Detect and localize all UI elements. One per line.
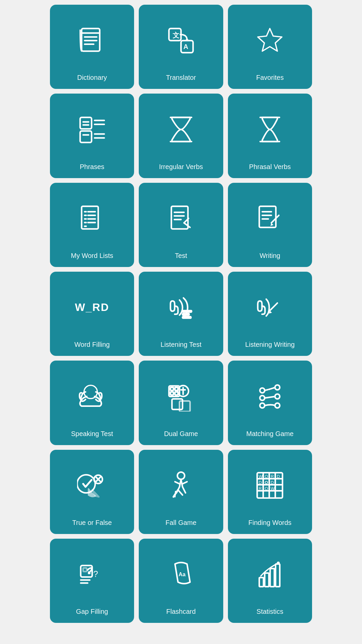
- flashcard-label: Flashcard: [166, 607, 196, 615]
- svg-text:D: D: [259, 481, 262, 485]
- favorites-icon: [231, 11, 309, 70]
- test-label: Test: [175, 252, 187, 260]
- svg-point-72: [177, 472, 185, 480]
- svg-line-49: [272, 303, 278, 309]
- writing-label: Writing: [259, 252, 280, 260]
- card-phrases[interactable]: Phrases: [50, 94, 134, 178]
- irregular-verbs-label: Irregular Verbs: [159, 163, 203, 171]
- true-or-false-icon: [53, 456, 131, 515]
- svg-text:R: R: [271, 475, 274, 479]
- listening-test-label: Listening Test: [161, 340, 201, 348]
- svg-text:D: D: [271, 481, 274, 485]
- svg-rect-55: [170, 392, 173, 395]
- translator-label: Translator: [166, 73, 196, 82]
- svg-rect-34: [171, 206, 188, 229]
- card-my-word-lists[interactable]: My Word Lists: [50, 183, 134, 267]
- card-test[interactable]: Test: [139, 183, 223, 267]
- card-listening-writing[interactable]: Listening Writing: [228, 272, 312, 356]
- card-phrasal-verbs[interactable]: Phrasal Verbs: [228, 94, 312, 178]
- svg-line-50: [270, 309, 272, 311]
- svg-marker-10: [258, 29, 282, 51]
- svg-line-45: [272, 221, 273, 223]
- card-statistics[interactable]: Statistics: [228, 539, 312, 623]
- svg-rect-102: [270, 569, 275, 587]
- my-word-lists-label: My Word Lists: [71, 252, 113, 260]
- gap-filling-label: Gap Filling: [76, 607, 108, 615]
- statistics-icon: [231, 545, 309, 604]
- phrases-label: Phrases: [80, 163, 104, 171]
- fall-game-icon: [142, 456, 220, 515]
- gap-filling-icon: ?: [53, 545, 131, 604]
- matching-game-icon: [231, 367, 309, 426]
- svg-text:O: O: [265, 487, 268, 491]
- phrasal-verbs-label: Phrasal Verbs: [249, 163, 291, 171]
- svg-text:O: O: [265, 475, 268, 479]
- svg-line-39: [184, 223, 190, 228]
- card-matching-game[interactable]: Matching Game: [228, 361, 312, 445]
- svg-rect-100: [259, 578, 264, 587]
- word-filling-label: Word Filling: [74, 340, 110, 348]
- svg-rect-11: [80, 117, 92, 129]
- listening-writing-label: Listening Writing: [245, 340, 295, 348]
- card-true-or-false[interactable]: True or False: [50, 450, 134, 534]
- card-gap-filling[interactable]: ?Gap Filling: [50, 539, 134, 623]
- my-word-lists-icon: [53, 189, 131, 248]
- svg-text:R: R: [259, 487, 262, 491]
- dictionary-label: Dictionary: [77, 73, 107, 82]
- card-flashcard[interactable]: AaFlashcard: [139, 539, 223, 623]
- svg-rect-47: [182, 314, 189, 315]
- svg-rect-101: [265, 573, 269, 587]
- flashcard-icon: Aa: [142, 545, 220, 604]
- card-writing[interactable]: Writing: [228, 183, 312, 267]
- svg-rect-12: [80, 131, 92, 142]
- translator-icon: 文A: [142, 11, 220, 70]
- svg-line-75: [175, 491, 176, 497]
- svg-text:A: A: [183, 43, 188, 50]
- card-dual-game[interactable]: Dual Game: [139, 361, 223, 445]
- true-or-false-label: True or False: [72, 519, 112, 527]
- svg-rect-40: [259, 206, 276, 227]
- svg-rect-24: [81, 206, 98, 229]
- matching-game-label: Matching Game: [246, 430, 294, 438]
- app-grid: Dictionary文ATranslatorFavoritesPhrasesIr…: [45, 0, 317, 628]
- listening-test-icon: [142, 278, 220, 337]
- svg-text:O: O: [265, 481, 268, 485]
- card-listening-test[interactable]: Listening Test: [139, 272, 223, 356]
- svg-text:D: D: [277, 475, 280, 479]
- svg-rect-103: [276, 564, 280, 587]
- svg-text:W: W: [259, 475, 263, 479]
- word-filling-icon: W_RD: [53, 278, 131, 337]
- listening-writing-icon: [231, 278, 309, 337]
- speaking-test-label: Speaking Test: [71, 430, 113, 438]
- dictionary-icon: [53, 11, 131, 70]
- dual-game-label: Dual Game: [164, 430, 198, 438]
- finding-words-icon: WORDDODROW: [231, 456, 309, 515]
- writing-icon: [231, 189, 309, 248]
- card-speaking-test[interactable]: Speaking Test: [50, 361, 134, 445]
- phrasal-verbs-icon: [231, 100, 309, 159]
- dual-game-icon: [142, 367, 220, 426]
- card-dictionary[interactable]: Dictionary: [50, 5, 134, 89]
- card-translator[interactable]: 文ATranslator: [139, 5, 223, 89]
- svg-rect-48: [182, 317, 191, 318]
- svg-rect-46: [182, 311, 191, 312]
- card-favorites[interactable]: Favorites: [228, 5, 312, 89]
- irregular-verbs-icon: [142, 100, 220, 159]
- speaking-test-icon: [53, 367, 131, 426]
- card-word-filling[interactable]: W_RDWord Filling: [50, 272, 134, 356]
- svg-rect-53: [170, 387, 173, 390]
- svg-point-104: [277, 561, 280, 565]
- card-fall-game[interactable]: Fall Game: [139, 450, 223, 534]
- statistics-label: Statistics: [256, 607, 283, 615]
- phrases-icon: [53, 100, 131, 159]
- svg-text:W: W: [271, 487, 275, 491]
- card-irregular-verbs[interactable]: Irregular Verbs: [139, 94, 223, 178]
- fall-game-label: Fall Game: [166, 519, 196, 527]
- test-icon: [142, 189, 220, 248]
- card-finding-words[interactable]: WORDDODROWFinding Words: [228, 450, 312, 534]
- svg-text:文: 文: [173, 32, 179, 39]
- svg-line-74: [178, 490, 183, 495]
- svg-text:Aa: Aa: [179, 571, 186, 577]
- svg-point-9: [186, 39, 188, 41]
- finding-words-label: Finding Words: [248, 519, 292, 527]
